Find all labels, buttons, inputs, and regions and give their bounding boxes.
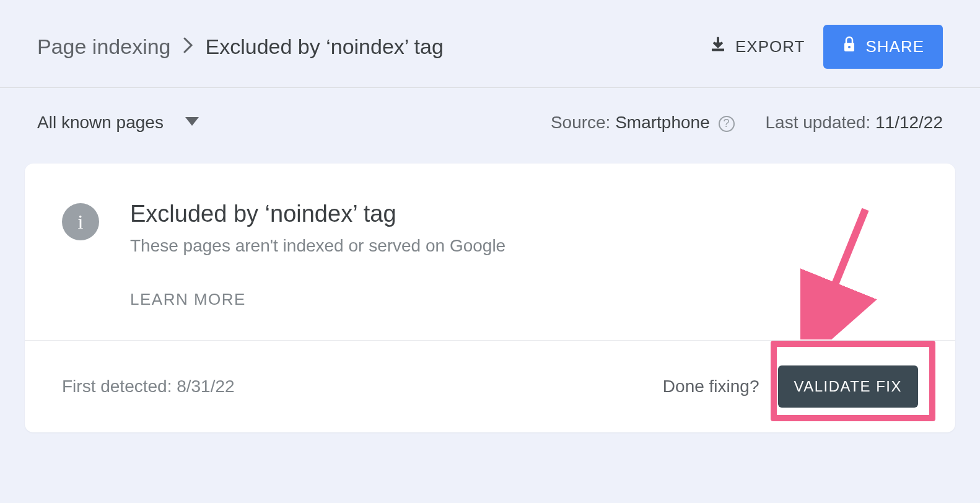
card-content: Excluded by ‘noindex’ tag These pages ar…: [130, 201, 918, 309]
share-button[interactable]: SHARE: [823, 25, 943, 69]
source-label: Source:: [551, 113, 615, 132]
breadcrumb-current: Excluded by ‘noindex’ tag: [206, 35, 444, 59]
source-value: Smartphone: [615, 113, 710, 132]
meta-right: Source: Smartphone ? Last updated: 11/12…: [551, 113, 943, 133]
pages-filter-dropdown[interactable]: All known pages: [37, 113, 199, 133]
svg-rect-1: [712, 49, 724, 51]
last-updated-label: Last updated:: [766, 113, 875, 132]
svg-point-3: [848, 46, 851, 48]
chevron-right-icon: [183, 37, 193, 57]
share-label: SHARE: [865, 37, 924, 56]
export-label: EXPORT: [735, 37, 805, 56]
footer-right: Done fixing? VALIDATE FIX: [663, 365, 918, 408]
first-detected-value: 8/31/22: [177, 377, 234, 396]
first-detected: First detected: 8/31/22: [62, 377, 235, 396]
source-info: Source: Smartphone ?: [551, 113, 735, 133]
breadcrumb-parent-link[interactable]: Page indexing: [37, 35, 171, 59]
header-row: Page indexing Excluded by ‘noindex’ tag …: [0, 0, 980, 88]
info-icon: i: [62, 203, 99, 240]
learn-more-link[interactable]: LEARN MORE: [130, 290, 246, 308]
export-button[interactable]: EXPORT: [709, 36, 805, 58]
download-icon: [709, 36, 727, 58]
header-actions: EXPORT SHARE: [709, 25, 943, 69]
last-updated-value: 11/12/22: [875, 113, 943, 132]
chevron-down-icon: [185, 117, 199, 128]
issue-card: i Excluded by ‘noindex’ tag These pages …: [25, 164, 955, 432]
validate-fix-button[interactable]: VALIDATE FIX: [778, 365, 918, 408]
first-detected-label: First detected:: [62, 377, 177, 396]
card-body: i Excluded by ‘noindex’ tag These pages …: [25, 164, 955, 340]
breadcrumb: Page indexing Excluded by ‘noindex’ tag: [37, 35, 444, 59]
lock-icon: [842, 36, 857, 58]
help-icon[interactable]: ?: [719, 116, 735, 132]
dropdown-label: All known pages: [37, 113, 164, 133]
svg-marker-4: [185, 117, 199, 126]
last-updated-info: Last updated: 11/12/22: [766, 113, 943, 133]
card-footer: First detected: 8/31/22 Done fixing? VAL…: [25, 340, 955, 432]
filter-row: All known pages Source: Smartphone ? Las…: [0, 88, 980, 164]
issue-description: These pages aren't indexed or served on …: [130, 236, 918, 256]
done-fixing-label: Done fixing?: [663, 377, 759, 396]
issue-title: Excluded by ‘noindex’ tag: [130, 201, 918, 227]
